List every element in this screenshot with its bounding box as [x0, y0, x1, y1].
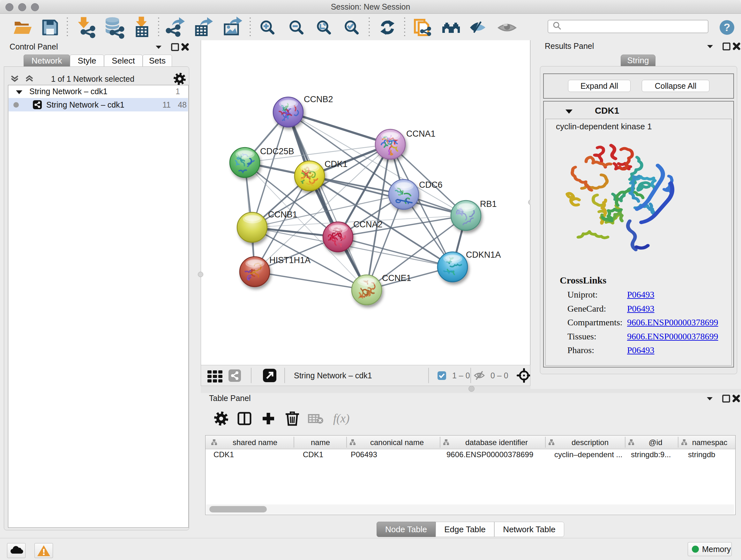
svg-text:String Network – cdk1: String Network – cdk1	[294, 371, 372, 380]
svg-text:RB1: RB1	[480, 199, 497, 209]
svg-text:CCNB2: CCNB2	[304, 95, 333, 104]
svg-text:CDKN1A: CDKN1A	[466, 250, 501, 260]
svg-text:cyclin–dependent ...: cyclin–dependent ...	[554, 450, 622, 459]
svg-text:database identifier: database identifier	[465, 438, 528, 447]
svg-text:CCNE1: CCNE1	[382, 273, 411, 283]
svg-text:HIST1H1A: HIST1H1A	[269, 255, 311, 265]
svg-text:stringdb: stringdb	[688, 450, 715, 459]
svg-text:?: ?	[724, 21, 731, 33]
svg-text:1 – 0: 1 – 0	[452, 371, 470, 380]
svg-text:P06493: P06493	[351, 450, 377, 459]
svg-text:CCNA1: CCNA1	[406, 129, 435, 138]
svg-text:0 – 0: 0 – 0	[490, 371, 509, 380]
svg-text:CDK1: CDK1	[213, 450, 234, 459]
svg-text:CCNA2: CCNA2	[353, 220, 383, 229]
svg-text:shared name: shared name	[232, 438, 277, 447]
svg-text:namespac: namespac	[692, 438, 728, 447]
svg-text:@id: @id	[649, 438, 662, 447]
svg-text:CDK1: CDK1	[325, 159, 347, 169]
svg-text:9606.ENSP00000378699: 9606.ENSP00000378699	[447, 450, 533, 459]
svg-text:description: description	[571, 438, 609, 447]
svg-text:CDC6: CDC6	[419, 180, 443, 190]
svg-text:canonical name: canonical name	[370, 438, 424, 447]
svg-text:CDK1: CDK1	[303, 450, 323, 459]
svg-text:CCNB1: CCNB1	[268, 210, 297, 219]
svg-text:CDC25B: CDC25B	[260, 146, 294, 156]
svg-text:stringdb:9...: stringdb:9...	[631, 450, 671, 459]
svg-text:name: name	[311, 438, 330, 447]
svg-text:f(x): f(x)	[333, 412, 349, 425]
